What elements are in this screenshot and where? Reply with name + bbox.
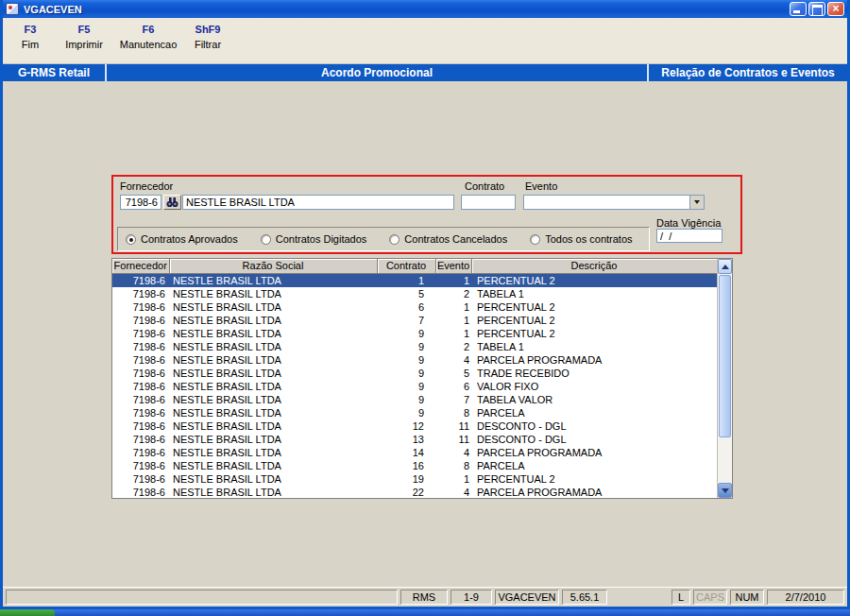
grid-table-area: Fornecedor Razão Social Contrato Evento …	[112, 259, 717, 498]
grid-row[interactable]: 7198-6NESTLE BRASIL LTDA98PARCELA	[112, 406, 717, 419]
titlebar: VGACEVEN	[3, 0, 847, 18]
grid-cell: 7198-6	[112, 287, 169, 300]
start-button-edge[interactable]	[0, 609, 55, 616]
grid-row[interactable]: 7198-6NESTLE BRASIL LTDA52TABELA 1	[112, 287, 717, 300]
toolbar-imprimir-button[interactable]: F5 Imprimir	[56, 23, 112, 51]
grid-row[interactable]: 7198-6NESTLE BRASIL LTDA97TABELA VALOR	[112, 393, 717, 406]
scrollbar-thumb[interactable]	[719, 275, 731, 437]
page-title: Acordo Promocional	[107, 64, 647, 81]
status-record-range: 1-9	[450, 590, 492, 605]
grid-cell: PARCELA PROGRAMADA	[471, 353, 717, 367]
fornecedor-search-button[interactable]	[163, 195, 181, 210]
grid-cell: 1	[435, 273, 471, 287]
radio-contratos-digitados[interactable]: Contratos Digitados	[261, 233, 367, 245]
evento-combo-input[interactable]	[524, 196, 689, 209]
grid-cell: 16	[377, 459, 435, 472]
minimize-button[interactable]	[790, 2, 807, 16]
toolbar-filtrar-button[interactable]: ShF9 Filtrar	[184, 23, 231, 51]
grid-cell: 7198-6	[112, 459, 169, 472]
contract-filter-radio-group: Contratos Aprovados Contratos Digitados …	[117, 227, 650, 251]
binoculars-icon	[166, 197, 178, 208]
col-header-descricao[interactable]: Descrição	[471, 259, 717, 273]
grid-cell: 4	[435, 353, 471, 367]
grid-cell: 9	[377, 367, 435, 380]
chevron-down-icon	[694, 200, 700, 204]
status-caps-indicator: CAPS	[693, 590, 727, 605]
grid-row[interactable]: 7198-6NESTLE BRASIL LTDA224PARCELA PROGR…	[112, 486, 717, 499]
fornecedor-name-field[interactable]	[182, 195, 454, 210]
grid-cell: PERCENTUAL 2	[471, 472, 717, 486]
toolbar-fim-button[interactable]: F3 Fim	[8, 23, 52, 51]
scroll-up-button[interactable]	[718, 259, 732, 274]
toolbar-fim-key: F3	[25, 24, 37, 35]
grid-cell: 7	[377, 314, 435, 327]
grid-cell: 9	[377, 353, 435, 367]
radio-icon	[530, 234, 540, 245]
arrow-up-icon	[722, 265, 729, 269]
radio-todos-os-contratos[interactable]: Todos os contratos	[530, 233, 632, 245]
grid-cell: 7198-6	[112, 406, 169, 419]
toolbar-manutencao-button[interactable]: F6 Manutencao	[116, 23, 180, 51]
scroll-down-button[interactable]	[718, 483, 732, 498]
grid-cell: 7	[435, 393, 471, 406]
fornecedor-label: Fornecedor	[120, 180, 173, 192]
col-header-evento[interactable]: Evento	[435, 259, 471, 273]
col-header-razao-social[interactable]: Razão Social	[169, 259, 377, 273]
grid-cell: 22	[377, 486, 435, 499]
grid-row[interactable]: 7198-6NESTLE BRASIL LTDA95TRADE RECEBIDO	[112, 367, 717, 380]
grid-vertical-scrollbar[interactable]	[717, 259, 732, 498]
fornecedor-code-input[interactable]	[120, 195, 162, 210]
grid-cell: 9	[377, 340, 435, 353]
grid-cell: PARCELA PROGRAMADA	[471, 446, 717, 459]
grid-cell: 9	[377, 406, 435, 419]
grid-row[interactable]: 7198-6NESTLE BRASIL LTDA96VALOR FIXO	[112, 380, 717, 393]
grid-cell: NESTLE BRASIL LTDA	[169, 433, 377, 446]
status-date: 2/7/2010	[767, 590, 844, 605]
grid-cell: NESTLE BRASIL LTDA	[169, 340, 377, 353]
toolbar-imprimir-label: Imprimir	[65, 39, 103, 50]
radio-contratos-cancelados[interactable]: Contratos Cancelados	[389, 233, 507, 245]
grid-cell: 1	[435, 327, 471, 340]
header-bar: G-RMS Retail Acordo Promocional Relação …	[3, 64, 847, 81]
contracts-grid: Fornecedor Razão Social Contrato Evento …	[111, 258, 733, 499]
grid-cell: NESTLE BRASIL LTDA	[169, 353, 377, 367]
grid-cell: 6	[435, 380, 471, 393]
radio-icon	[389, 234, 400, 245]
grid-cell: NESTLE BRASIL LTDA	[169, 419, 377, 433]
col-header-contrato[interactable]: Contrato	[377, 259, 435, 273]
grid-cell: NESTLE BRASIL LTDA	[169, 300, 377, 314]
grid-cell: PERCENTUAL 2	[471, 300, 717, 314]
grid-row[interactable]: 7198-6NESTLE BRASIL LTDA11PERCENTUAL 2	[112, 273, 717, 287]
grid-cell: 7198-6	[112, 327, 169, 340]
grid-row[interactable]: 7198-6NESTLE BRASIL LTDA144PARCELA PROGR…	[112, 446, 717, 459]
col-header-fornecedor[interactable]: Fornecedor	[112, 259, 169, 273]
grid-cell: 1	[435, 314, 471, 327]
grid-cell: 7198-6	[112, 380, 169, 393]
evento-combo[interactable]	[523, 195, 705, 210]
grid-cell: PERCENTUAL 2	[471, 327, 717, 340]
grid-row[interactable]: 7198-6NESTLE BRASIL LTDA71PERCENTUAL 2	[112, 314, 717, 327]
grid-cell: 7198-6	[112, 367, 169, 380]
radio-label: Contratos Digitados	[276, 233, 367, 245]
evento-dropdown-button[interactable]	[689, 196, 704, 209]
grid-cell: NESTLE BRASIL LTDA	[169, 459, 377, 472]
grid-cell: 7198-6	[112, 419, 169, 433]
grid-row[interactable]: 7198-6NESTLE BRASIL LTDA91PERCENTUAL 2	[112, 327, 717, 340]
maximize-button[interactable]	[808, 2, 825, 16]
grid-row[interactable]: 7198-6NESTLE BRASIL LTDA92TABELA 1	[112, 340, 717, 353]
grid-row[interactable]: 7198-6NESTLE BRASIL LTDA1211DESCONTO - D…	[112, 419, 717, 433]
grid-cell: 1	[377, 273, 435, 287]
window-title: VGACEVEN	[24, 4, 790, 15]
contrato-input[interactable]	[461, 195, 516, 210]
close-button[interactable]	[827, 2, 844, 16]
grid-cell: DESCONTO - DGL	[471, 419, 717, 433]
grid-row[interactable]: 7198-6NESTLE BRASIL LTDA61PERCENTUAL 2	[112, 300, 717, 314]
radio-contratos-aprovados[interactable]: Contratos Aprovados	[126, 233, 238, 245]
grid-row[interactable]: 7198-6NESTLE BRASIL LTDA94PARCELA PROGRA…	[112, 353, 717, 367]
grid-row[interactable]: 7198-6NESTLE BRASIL LTDA1311DESCONTO - D…	[112, 433, 717, 446]
grid-cell: 7198-6	[112, 486, 169, 499]
grid-row[interactable]: 7198-6NESTLE BRASIL LTDA168PARCELA	[112, 459, 717, 472]
data-vigencia-input[interactable]	[656, 229, 722, 243]
taskbar-edge	[0, 609, 850, 616]
grid-row[interactable]: 7198-6NESTLE BRASIL LTDA191PERCENTUAL 2	[112, 472, 717, 486]
